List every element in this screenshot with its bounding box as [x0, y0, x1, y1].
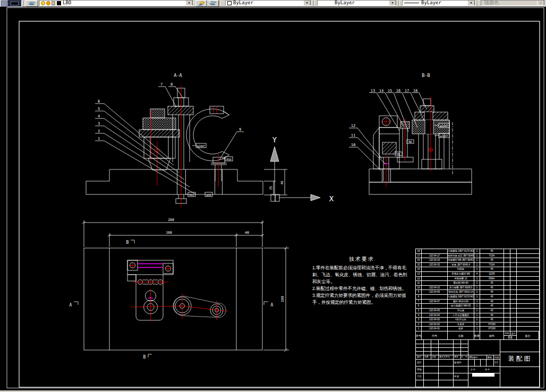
- tb-weight: 重量: [488, 356, 492, 359]
- bom-row: 15JJZ-04-15衬套 JB/T 8045.41T10A: [416, 263, 539, 268]
- balloon: 7: [160, 82, 163, 87]
- layer-combo[interactable]: LBO ▼: [39, 0, 193, 6]
- bom-row: 16JJZ-04-16钻套螺钉 M8 JB/T 8045.5145: [416, 258, 539, 263]
- layer-previous-button[interactable]: [207, 0, 219, 7]
- bom-header-material: 材料: [480, 331, 504, 340]
- bom-header-name: 名称: [448, 331, 474, 340]
- balloon: 16: [396, 89, 400, 93]
- make-layer-current-icon: [198, 1, 205, 6]
- balloon: 4: [98, 114, 100, 118]
- lineweight-dropdown-arrow-icon[interactable]: ▼: [467, 0, 475, 6]
- linetype-value: ByLayer: [335, 1, 355, 5]
- bom-row: 2JJZ-04-02支承座1HT200: [416, 322, 539, 327]
- bom-header-unit: 单件: [504, 331, 510, 335]
- bom-header-total: 总计: [510, 331, 516, 335]
- bom-header-note: 备注: [517, 331, 539, 340]
- bom-header-no: 序号: [416, 331, 422, 340]
- balloon: 11: [351, 133, 355, 138]
- lineweight-value: ByLayer: [421, 1, 441, 5]
- lineweight-preview-icon: [404, 3, 419, 3]
- tb-approve: 批准: [454, 375, 459, 378]
- bom-header-weight: 重量: [504, 336, 516, 340]
- bom-row: 7JJZ-04-07螺杆 M12×120145: [416, 300, 539, 304]
- balloon: 17: [405, 89, 409, 93]
- dim-label: M8: [397, 152, 400, 156]
- bom-row: 5JJZ-04-05定位套145: [416, 309, 539, 313]
- dim-label: 100: [166, 231, 172, 235]
- balloon: 2: [98, 129, 100, 133]
- dim-label: φ18H7: [440, 134, 448, 138]
- bom-header-code: 代号: [422, 331, 448, 340]
- toolbar-separator: [477, 1, 478, 6]
- toolbar-separator: [313, 1, 314, 6]
- tech-requirements-line: 手，并按规定的拧紧力矩紧固。: [312, 299, 411, 306]
- color-dropdown-arrow-icon[interactable]: ▼: [303, 0, 311, 6]
- application-window: LBO ▼ ByLayer ▼ ByLayer ▼: [0, 0, 546, 392]
- dim-label: 40: [245, 231, 249, 235]
- screen-button[interactable]: [7, 0, 22, 7]
- balloon: 1: [98, 137, 100, 141]
- bom-row: 4JJZ-04-04十字头压紧螺钉145: [416, 313, 539, 318]
- bom-row: 6内六角螺钉 M8×25145: [416, 304, 539, 309]
- lineweight-combo[interactable]: ByLayer ▼: [402, 0, 475, 6]
- tech-requirements-line: 1.零件在装配前必须清理和清洗干净，不得有毛: [312, 265, 411, 271]
- signature-blob: [472, 373, 494, 377]
- section-arrow-label: A: [271, 303, 274, 308]
- dim-label: M10: [226, 158, 231, 161]
- plotstyle-combo: 随颜色 ▼: [481, 0, 545, 6]
- ucs-y-label: Y: [272, 135, 277, 144]
- layer-name: LBO: [63, 1, 71, 5]
- tb-stage: 阶段标记: [469, 356, 477, 359]
- bom-row: 10JJZ-04-10开口垫圈 JB/T 8008.5145: [416, 286, 539, 291]
- toolbar-separator: [219, 1, 220, 6]
- sun-icon: [46, 1, 50, 5]
- section-arrow-label: B: [143, 355, 146, 360]
- balloon: 6: [98, 99, 100, 104]
- dim-label: 25: [269, 186, 272, 190]
- dim-label: M12: [189, 193, 194, 197]
- layers-icon: [28, 1, 36, 6]
- tb-sheet: 第 张: [485, 368, 490, 371]
- tech-requirements: 技术要求 1.零件在装配前必须清理和清洗干净，不得有毛 刺、飞边、氧化皮、锈蚀、…: [312, 255, 411, 306]
- toolbar-fragment-icon[interactable]: [1, 1, 7, 7]
- bom-row: 3JJZ-04-03V形定位块145: [416, 318, 539, 322]
- balloon: 13: [371, 89, 375, 93]
- balloon: 14: [379, 89, 383, 93]
- bom-header-weight-group: 单件 总计 重量: [504, 331, 517, 340]
- dim-label: φ20H7: [197, 144, 205, 148]
- balloon: 8: [170, 82, 173, 87]
- linetype-combo[interactable]: ByLayer ▼: [317, 0, 397, 6]
- bom-row: 11圆柱销 A8×30235: [416, 281, 539, 286]
- bulb-icon: [41, 1, 45, 5]
- linetype-dropdown-arrow-icon[interactable]: ▼: [389, 0, 396, 6]
- toolbar-separator: [23, 1, 24, 6]
- tb-doc: 更改文件号: [439, 355, 450, 358]
- layer-manager-button[interactable]: [25, 0, 38, 7]
- screen-icon: [11, 2, 19, 5]
- make-layer-current-button[interactable]: [195, 0, 207, 7]
- tb-mark: 标记: [417, 355, 421, 358]
- bom-row: 17JJZ-04-17快换钻套 φ12 JB/T 8045.31T10A: [416, 254, 539, 259]
- view-section-bb: B-B: [349, 73, 472, 194]
- dim-label: 100: [280, 296, 285, 302]
- toolbar-separator: [398, 1, 399, 6]
- tb-check: 审核: [417, 368, 422, 371]
- tech-requirements-line: 3.规定拧紧力矩要求的紧固件，必须采用力矩扳: [312, 292, 411, 299]
- section-aa-label: A-A: [174, 73, 182, 78]
- color-value: ByLayer: [233, 1, 253, 5]
- tb-scale: 比例: [494, 356, 499, 359]
- layer-dropdown-arrow-icon[interactable]: ▼: [185, 0, 193, 6]
- color-combo[interactable]: ByLayer ▼: [225, 0, 311, 6]
- tb-scale-value: 1:2: [494, 361, 498, 364]
- bom-row: 12弹簧垫圈 12165Mn: [416, 277, 539, 282]
- bom-row: 14钻模板145: [416, 267, 539, 272]
- tech-requirements-title: 技术要求: [312, 255, 411, 263]
- tb-zone: 分区: [432, 355, 436, 358]
- bom-row: 8六角螺母 GB/T 6170 M12145: [416, 295, 539, 300]
- balloon: 18: [413, 89, 417, 93]
- tech-requirements-line: 和灰尘等。: [312, 278, 411, 285]
- tech-requirements-line: 刺、飞边、氧化皮、锈蚀、切屑、油污、着色剂: [312, 271, 411, 278]
- lock-icon: [52, 1, 55, 5]
- drawing-title: 装配图: [501, 354, 539, 363]
- tb-process: 工艺: [417, 375, 422, 378]
